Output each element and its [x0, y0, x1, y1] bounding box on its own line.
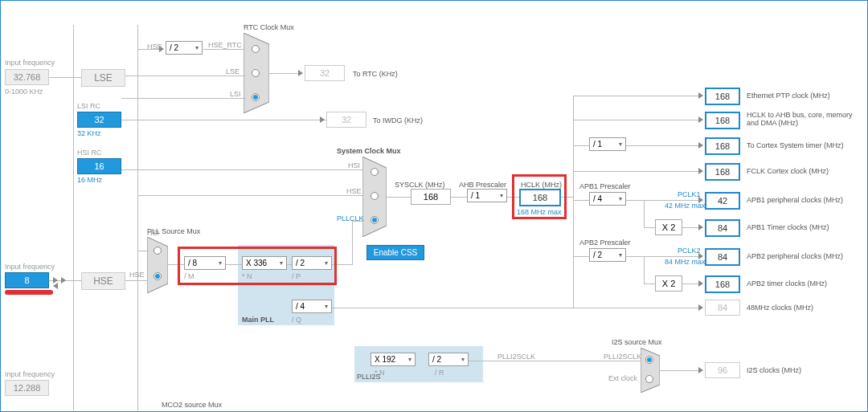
hclk-bus-label: HCLK to AHB bus, core, memory and DMA (M…: [747, 112, 863, 128]
pclk1-desc: APB1 peripheral clocks (MHz): [747, 196, 843, 204]
apb2-timer-mult: X 2: [655, 275, 682, 292]
hclk-bus-value: 168: [705, 112, 740, 129]
pclk1-max: 42 MHz max: [665, 202, 706, 210]
sys-mux-pllclk-radio[interactable]: [371, 216, 379, 224]
i2s-mux-title: I2S source Mux: [612, 338, 662, 346]
plli2s-r-select[interactable]: / 2▾: [428, 353, 469, 366]
plli2s-r-label: / R: [435, 369, 444, 377]
i2s-mux-ext-radio[interactable]: [645, 375, 653, 383]
cortex-timer-value: 168: [705, 137, 740, 155]
pll-q-label: / Q: [292, 316, 301, 324]
trunk-line-1: [73, 25, 74, 410]
apb1-timer-label: APB1 Timer clocks (MHz): [747, 223, 829, 231]
pll-mux-hsi-radio[interactable]: [154, 247, 162, 255]
rtc-hse-div-select[interactable]: / 2 ▾: [166, 41, 203, 55]
ahb-prescaler-label: AHB Prescaler: [459, 181, 506, 189]
ahb-prescaler-select[interactable]: / 1▾: [467, 189, 507, 202]
rtc-lsi-label: LSI: [230, 90, 241, 98]
apb1-timer-mult: X 2: [655, 219, 682, 235]
chevron-down-icon: ▾: [280, 259, 283, 267]
pll-m-label: / M: [184, 272, 194, 280]
pll-mux[interactable]: [147, 237, 168, 293]
rtc-mux-lsi-radio[interactable]: [252, 93, 260, 101]
m48-value: 84: [705, 300, 740, 316]
rtc-hse-div-value: / 2: [170, 43, 178, 52]
hclk-value[interactable]: 168: [519, 189, 561, 206]
apb1-label: APB1 Prescaler: [579, 182, 631, 190]
i2s-mux-pll-radio[interactable]: [645, 356, 653, 364]
sys-mux-hse-radio[interactable]: [371, 192, 379, 200]
m48-label: 48MHz clocks (MHz): [747, 304, 813, 312]
apb2-label: APB2 Prescaler: [579, 239, 631, 247]
apb2-timer-value: 168: [705, 275, 740, 293]
svg-marker-3: [641, 348, 660, 393]
sysclk-value: 168: [411, 189, 451, 205]
lse-box[interactable]: LSE: [81, 69, 125, 87]
pclk2-max: 84 MHz max: [665, 258, 706, 266]
i2s-label: I2S clocks (MHz): [747, 366, 801, 374]
input-freq-1-value[interactable]: 32.768: [5, 69, 49, 85]
hsi-rc-sub: 16 MHz: [77, 176, 102, 184]
eth-ptp-label: Ethernet PTP clock (MHz): [747, 92, 830, 100]
rtc-mux-lse-radio[interactable]: [252, 69, 260, 77]
svg-marker-1: [147, 237, 168, 293]
hsi-rc-label: HSI RC: [77, 149, 102, 157]
i2s-ext-label: Ext clock: [608, 374, 637, 382]
sysclk-label: SYSCLK (MHz): [395, 181, 445, 189]
pclk2-desc: APB2 peripheral clocks (MHz): [747, 252, 843, 260]
apb2-select[interactable]: / 2▾: [589, 248, 626, 262]
pll-p-label: / P: [292, 272, 301, 280]
lsi-rc-label: LSI RC: [77, 102, 100, 110]
pll-hsi-label: HSI: [147, 229, 159, 237]
chevron-down-icon: ▾: [619, 141, 622, 148]
rtc-lse-label: LSE: [226, 67, 240, 75]
pclk1-label: PCLK1: [678, 190, 701, 198]
chevron-down-icon: ▾: [325, 259, 328, 267]
main-pll-label: Main PLL: [242, 316, 274, 324]
sys-mux-hsi-radio[interactable]: [371, 168, 379, 176]
sys-mux-title: System Clock Mux: [337, 147, 401, 155]
pll-p-select[interactable]: / 2▾: [292, 256, 332, 270]
sys-hsi-label: HSI: [348, 161, 360, 169]
hclk-max: 168 MHz max: [517, 208, 562, 216]
pll-m-select[interactable]: / 8▾: [184, 256, 226, 270]
input-freq-3-label: Input frequency: [5, 370, 55, 378]
hse-rtc-label: HSE_RTC: [208, 41, 242, 49]
cortex-timer-label: To Cortex System timer (MHz): [747, 141, 844, 149]
pclk1-value: 42: [705, 192, 740, 210]
pll-q-select[interactable]: / 4▾: [292, 300, 332, 313]
lsi-rc-value: 32: [77, 112, 121, 128]
hse-box[interactable]: HSE: [81, 272, 125, 290]
apb1-timer-value: 84: [705, 219, 740, 237]
rtc-out-label: To RTC (KHz): [353, 70, 398, 78]
eth-ptp-value: 168: [705, 88, 740, 105]
lsi-rc-sub: 32 KHz: [77, 129, 101, 137]
input-freq-2-value[interactable]: 8: [5, 272, 49, 288]
chevron-down-icon: ▾: [219, 259, 222, 267]
pll-hse-label: HSE: [129, 271, 145, 279]
rtc-mux-title: RTC Clock Mux: [244, 23, 294, 31]
apb2-timer-label: APB2 timer clocks (MHz): [747, 279, 827, 288]
pclk2-label: PCLK2: [678, 247, 701, 255]
hse-red-underline: [5, 290, 53, 295]
input-freq-2-label: Input frequency: [5, 263, 55, 271]
pll-mux-hse-radio[interactable]: [154, 272, 162, 280]
rtc-mux-hse-radio[interactable]: [252, 45, 260, 53]
pclk2-value: 84: [705, 248, 740, 266]
i2s-value: 96: [705, 362, 740, 378]
cortex-div-select[interactable]: / 1▾: [589, 137, 626, 151]
i2s-mux[interactable]: [641, 348, 660, 393]
plli2s-label: PLLI2S: [357, 373, 381, 381]
enable-css-button[interactable]: Enable CSS: [366, 245, 424, 260]
apb1-select[interactable]: / 4▾: [589, 192, 626, 206]
chevron-down-icon: ▾: [408, 356, 411, 363]
pll-n-select[interactable]: X 336▾: [242, 256, 287, 270]
pll-n-label: * N: [242, 272, 252, 280]
chevron-down-icon: ▾: [619, 195, 622, 202]
fclk-value: 168: [705, 163, 740, 181]
input-freq-3-value[interactable]: 12.288: [5, 380, 49, 396]
chevron-down-icon: ▾: [195, 44, 199, 51]
plli2s-n-select[interactable]: X 192▾: [371, 353, 416, 366]
chevron-down-icon: ▾: [619, 251, 622, 259]
hclk-label: HCLK (MHz): [521, 181, 562, 189]
